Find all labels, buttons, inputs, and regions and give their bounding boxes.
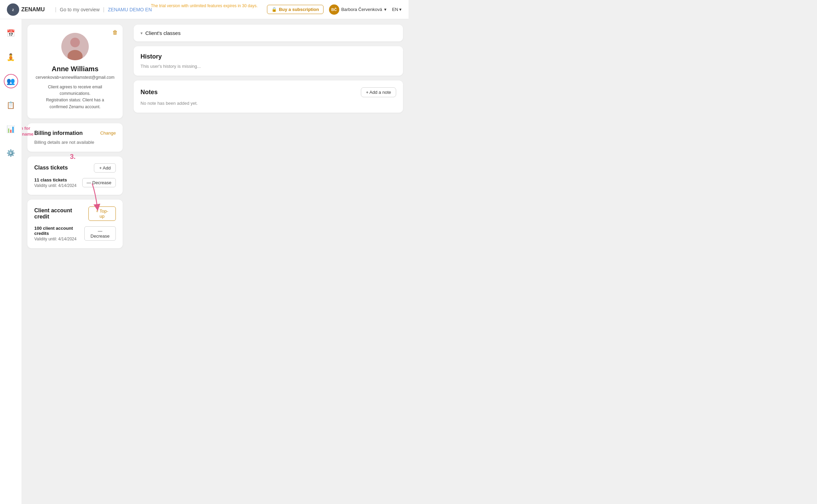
credit-row: 100 client account credits Validity unti… <box>34 226 116 241</box>
annotation-step2-number: 2. <box>22 118 34 126</box>
notes-empty-text: No note has been added yet. <box>141 101 396 106</box>
profile-email: cervenkovab+annewilliamstest@gmail.com <box>36 75 114 80</box>
ticket-info: 11 class tickets Validity until: 4/14/20… <box>34 177 76 188</box>
sidebar-item-settings[interactable]: ⚙️ <box>4 146 18 160</box>
svg-point-3 <box>70 38 80 47</box>
class-tickets-title: Class tickets <box>34 165 68 171</box>
buy-subscription-button[interactable]: 🔒 Buy a subscription <box>267 5 324 14</box>
user-name: Barbora Červenková <box>341 7 382 12</box>
billing-change-link[interactable]: Change <box>100 130 116 136</box>
profile-avatar <box>61 33 89 60</box>
right-panel: ▾ Client's classes History This user's h… <box>128 19 408 504</box>
nav-divider2: | <box>103 7 105 13</box>
class-tickets-card: Class tickets + Add 11 class tickets Val… <box>27 156 123 195</box>
lock-icon: 🔒 <box>271 7 277 12</box>
language-selector[interactable]: EN ▾ <box>392 7 402 12</box>
notes-header: Notes + Add a note <box>141 87 396 97</box>
annotation-step2: 2. search forclient's name <box>22 118 34 137</box>
sidebar: 📅 🧘 👥 📋 📊 ⚙️ <box>0 19 22 504</box>
client-account-card: Client account credit + Top-up 100 clien… <box>27 200 123 248</box>
add-ticket-button[interactable]: + Add <box>94 163 116 173</box>
billing-card: Billing information Change Billing detai… <box>27 123 123 152</box>
nav-divider: | <box>55 7 56 13</box>
profile-card: 🗑 Anne Williams cervenkovab+annewilliams… <box>27 25 123 118</box>
profile-info: Client agrees to receive email communica… <box>46 84 104 110</box>
client-account-title: Client account credit <box>34 207 88 220</box>
sidebar-item-clients[interactable]: 👥 <box>4 74 18 88</box>
history-title: History <box>141 53 396 60</box>
top-nav: Z ZENAMU | Go to my overview | ZENAMU DE… <box>0 0 408 19</box>
history-card: History This user's history is missing..… <box>134 46 403 76</box>
clients-classes-card: ▾ Client's classes <box>134 25 403 41</box>
buy-subscription-label: Buy a subscription <box>279 7 319 12</box>
history-empty-text: This user's history is missing... <box>141 64 396 69</box>
credit-validity: Validity until: 4/14/2024 <box>34 237 84 241</box>
sidebar-item-person[interactable]: 🧘 <box>4 50 18 64</box>
lang-label: EN <box>392 7 398 12</box>
annotation-step2-text: search forclient's name <box>22 126 34 137</box>
annotation-arrow <box>85 184 106 211</box>
trial-banner: The trial version with unlimited feature… <box>151 3 257 8</box>
sidebar-item-forms[interactable]: 📋 <box>4 98 18 112</box>
billing-header: Billing information Change <box>34 130 116 136</box>
logo-icon: Z <box>7 3 19 16</box>
ticket-validity: Validity until: 4/14/2024 <box>34 183 76 188</box>
chevron-down-icon: ▾ <box>399 7 402 12</box>
user-avatar: BČ <box>329 4 339 15</box>
clients-classes-label: Client's classes <box>145 30 181 36</box>
sidebar-item-stats[interactable]: 📊 <box>4 122 18 136</box>
left-panel: 🗑 Anne Williams cervenkovab+annewilliams… <box>22 19 128 504</box>
user-menu[interactable]: BČ Barbora Červenková ▾ <box>329 4 387 15</box>
nav-right: 🔒 Buy a subscription BČ Barbora Červenko… <box>267 4 402 15</box>
logo[interactable]: Z ZENAMU <box>7 3 45 16</box>
decrease-credit-button[interactable]: — Decrease <box>84 226 116 241</box>
notes-card: Notes + Add a note No note has been adde… <box>134 80 403 113</box>
notes-title: Notes <box>141 89 158 96</box>
billing-title: Billing information <box>34 130 83 136</box>
credit-info: 100 client account credits Validity unti… <box>34 226 84 241</box>
nav-overview-link[interactable]: Go to my overview <box>60 7 100 12</box>
logo-text: ZENAMU <box>21 7 45 13</box>
svg-text:Z: Z <box>12 8 14 12</box>
add-note-button[interactable]: + Add a note <box>361 87 396 97</box>
main-layout: 📅 🧘 👥 📋 📊 ⚙️ 1. 2. search forclient's na… <box>0 19 408 504</box>
credit-count: 100 client account credits <box>34 226 84 236</box>
profile-name: Anne Williams <box>52 65 99 73</box>
chevron-down-icon: ▾ <box>384 7 387 12</box>
chevron-icon: ▾ <box>141 31 143 36</box>
clients-classes-toggle[interactable]: ▾ Client's classes <box>141 30 396 36</box>
billing-details-text: Billing details are not available <box>34 140 116 145</box>
class-tickets-header: Class tickets + Add <box>34 163 116 173</box>
annotation-step3: 3. <box>70 153 76 161</box>
sidebar-item-calendar[interactable]: 📅 <box>4 26 18 40</box>
nav-demo-label: ZENAMU DEMO EN <box>108 7 152 12</box>
ticket-count: 11 class tickets <box>34 177 76 182</box>
delete-icon[interactable]: 🗑 <box>112 29 118 36</box>
